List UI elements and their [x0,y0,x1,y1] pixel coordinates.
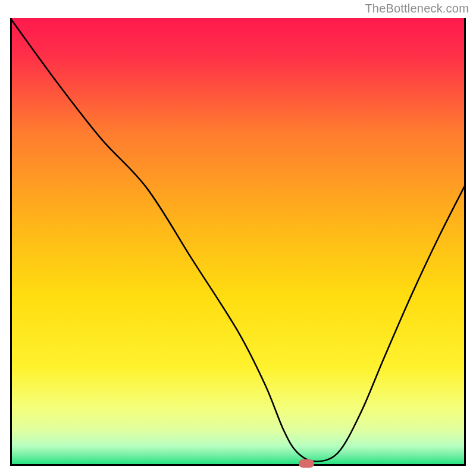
watermark-text: TheBottleneck.com [365,2,469,15]
axes-frame [10,18,466,466]
bottleneck-min-marker [299,459,314,468]
